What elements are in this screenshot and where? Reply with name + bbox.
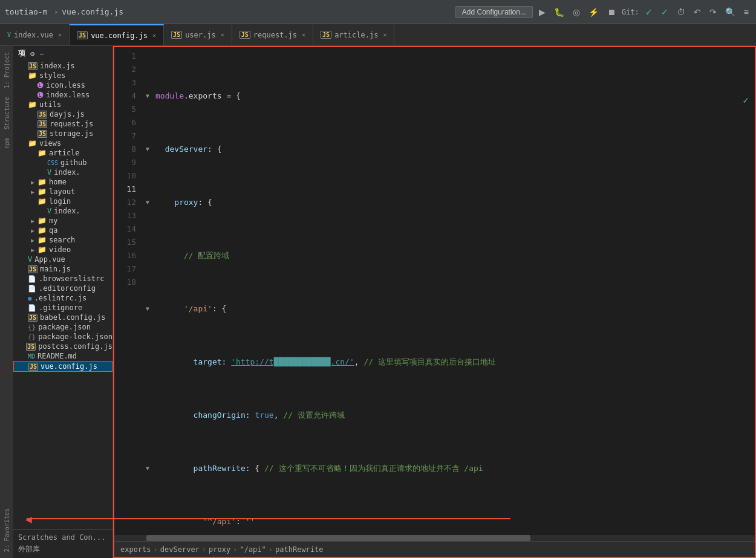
tree-item-home[interactable]: ▶ 📁 home [13,177,112,187]
tab-index-vue[interactable]: V index.vue ✕ [0,24,70,45]
tree-item-utils[interactable]: 📁 utils [13,100,112,109]
folder-icon: 📁 [37,216,47,225]
breadcrumb-sep-1: › [154,545,158,554]
eslint-icon: ● [28,294,32,302]
scrollbar-thumb[interactable] [146,535,530,541]
sidebar-title: 项 [18,48,25,59]
json-icon: {}​ [28,333,36,341]
git-history[interactable]: ⏱ [674,7,688,17]
tree-item-babel[interactable]: JS babel.config.js [13,313,112,322]
plain-icon: 📄 [28,285,36,293]
tree-item-vue-config[interactable]: JS vue.config.js [13,361,112,372]
tab-label: index.vue [14,31,53,39]
editor-scrollbar[interactable] [114,535,755,541]
tree-item-layout[interactable]: ▶ 📁 layout [13,187,112,196]
git-check2[interactable]: ✓ [659,7,671,17]
tree-item-main-js[interactable]: JS main.js [13,264,112,274]
fold-arrow-2[interactable] [146,143,155,156]
coverage-button[interactable]: ◎ [570,7,582,17]
external-libs-item[interactable]: 外部库 [18,543,108,556]
tree-item-styles[interactable]: 📁 styles [13,71,112,80]
side-tabs: 1: Project Structure npm 2: Favorites [0,46,13,558]
close-icon[interactable]: ✕ [58,31,62,38]
editor-content[interactable]: 1 2 3 4 5 6 7 8 9 10 11 12 13 14 15 16 1… [114,47,755,535]
close-icon[interactable]: ✕ [221,31,224,38]
run-button[interactable]: ▶ [536,7,548,17]
line-num-16: 16 [114,249,136,262]
tree-item-views[interactable]: 📁 views [13,138,112,148]
search-everywhere-button[interactable]: 🔍 [723,7,738,17]
js-icon: JS [28,363,38,371]
fold-arrow-1[interactable] [146,89,155,103]
sidebar-tree: JS index.js 📁 styles 🅛 icon.less 🅛 index… [13,61,112,529]
add-configuration-button[interactable]: Add Configuration... [455,6,533,18]
side-tab-structure[interactable]: Structure [2,93,11,133]
tree-item-package-json[interactable]: {}​ package.json [13,322,112,332]
folder-icon: 📁 [37,236,47,244]
breadcrumb-item-4[interactable]: "/api" [240,545,266,554]
breadcrumb-sep-2: › [202,545,206,554]
tree-item-request-js[interactable]: JS request.js [13,119,112,129]
sidebar: 项 ⚙ − JS index.js 📁 styles 🅛 i [13,46,113,558]
tree-item-eslintrc[interactable]: ● .eslintrc.js [13,293,112,303]
tree-item-login[interactable]: 📁 login [13,196,112,206]
git-redo[interactable]: ↷ [707,7,719,17]
tab-article-js[interactable]: JS article.js ✕ [313,24,394,45]
tree-item-login-index-vue[interactable]: V index. [13,206,112,216]
settings-icon[interactable]: ⚙ [30,50,34,58]
tree-item-index-less[interactable]: 🅛 index.less [13,90,112,100]
breadcrumb: exports › devServer › proxy › "/api" › p… [114,541,755,557]
tree-item-article-index-vue[interactable]: V index. [13,167,112,177]
close-icon[interactable]: ✕ [302,31,305,38]
tree-item-editorconfig[interactable]: 📄 .editorconfig [13,284,112,293]
tab-vue-config-js[interactable]: JS vue.config.js ✕ [70,24,164,45]
settings-button[interactable]: ≡ [741,7,751,17]
scratches-item[interactable]: Scratches and Con... [18,532,108,543]
side-tab-favorites[interactable]: 2: Favorites [2,505,11,556]
git-check1[interactable]: ✓ [643,7,655,17]
close-icon[interactable]: ✕ [383,31,386,38]
tree-item-article[interactable]: 📁 article [13,148,112,158]
tree-item-gitignore[interactable]: 📄 .gitignore [13,303,112,313]
fold-arrow-3[interactable] [146,196,155,209]
tree-item-qa[interactable]: ▶ 📁 qa [13,225,112,235]
line-numbers: 1 2 3 4 5 6 7 8 9 10 11 12 13 14 15 16 1… [114,47,141,535]
line-num-13: 13 [114,209,136,222]
tree-item-dayjs[interactable]: JS dayjs.js [13,109,112,119]
tree-item-github-css[interactable]: CSS github [13,158,112,167]
tab-user-js[interactable]: JS user.js ✕ [164,24,232,45]
code-content[interactable]: module.exports = { devServer: { proxy: {… [141,47,755,535]
tree-item-package-lock[interactable]: {}​ package-lock.json [13,332,112,342]
git-revert[interactable]: ↶ [691,7,703,17]
git-label: Git: [622,8,639,16]
breadcrumb-item-2[interactable]: devServer [160,545,200,554]
js-icon: JS [171,31,182,39]
breadcrumb-item-3[interactable]: proxy [209,545,230,554]
side-tab-project[interactable]: 1: Project [2,48,11,92]
tab-request-js[interactable]: JS request.js ✕ [232,24,313,45]
folder-icon: 📁 [37,226,47,235]
collapse-icon[interactable]: − [39,50,44,58]
tree-item-icon-less[interactable]: 🅛 icon.less [13,80,112,90]
debug-button[interactable]: 🐛 [552,7,567,17]
breadcrumb-item-1[interactable]: exports [120,545,151,554]
tree-item-app-vue[interactable]: V App.vue [13,255,112,264]
arrow-icon: ▶ [28,179,37,186]
tree-item-readme[interactable]: MD README.md [13,351,112,361]
tree-item-storage[interactable]: JS storage.js [13,129,112,138]
stop-button[interactable]: ⏹ [605,7,618,17]
tree-item-video[interactable]: ▶ 📁 video [13,245,112,255]
tree-item-my[interactable]: ▶ 📁 my [13,216,112,225]
tree-item-browserslistrc[interactable]: 📄 .browserslistrc [13,274,112,284]
vue-icon: V [28,255,32,264]
tree-item-index-js[interactable]: JS index.js [13,61,112,71]
line-num-6: 6 [114,116,136,129]
profile-button[interactable]: ⚡ [586,7,601,17]
breadcrumb-item-5[interactable]: pathRewrite [275,545,323,554]
fold-arrow-5[interactable] [146,302,155,316]
side-tab-npm[interactable]: npm [2,134,11,152]
close-icon[interactable]: ✕ [152,32,156,39]
tree-item-postcss[interactable]: JS postcss.config.js [13,342,112,351]
fold-arrow-8[interactable] [146,462,155,475]
tree-item-search[interactable]: ▶ 📁 search [13,235,112,245]
